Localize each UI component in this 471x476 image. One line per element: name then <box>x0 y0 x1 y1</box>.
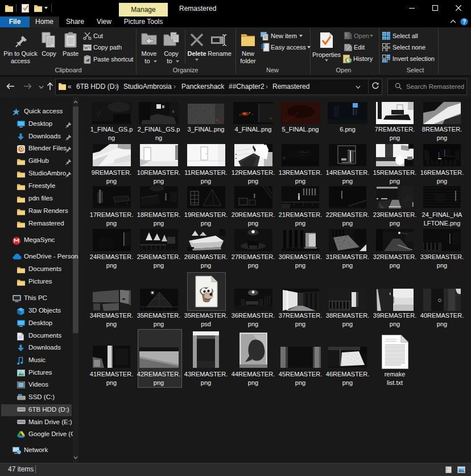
svg-text:?: ? <box>462 19 466 25</box>
